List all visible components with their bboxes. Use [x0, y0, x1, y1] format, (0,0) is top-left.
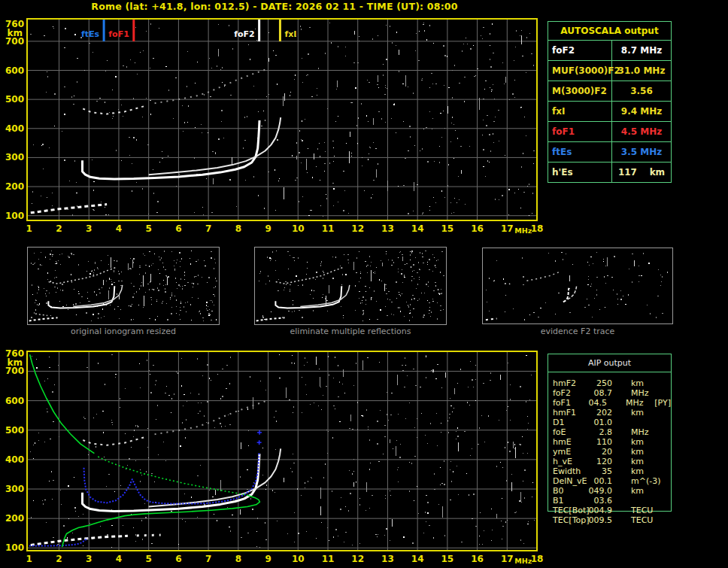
top-ionogram-chart: ftEsfoF1foF2fxI760700600500400300200100k… [0, 12, 549, 239]
thumbnail-cleaned-ionogram [254, 247, 447, 325]
aip-row-B1: B103.6 [548, 496, 671, 506]
aip-cell-val: 2.8 [587, 427, 612, 437]
station-date-title: Rome (lat: +41.8, lon: 012.5) - DATE: 20… [0, 1, 549, 12]
param-label: foF2 [548, 41, 612, 60]
traces [31, 70, 281, 213]
profile-topside [30, 354, 95, 454]
aip-row-D1: D101.0 [548, 418, 671, 427]
marker-label-foF2: foF2 [234, 29, 255, 39]
param-label: h'Es [548, 163, 612, 182]
x-tick-label: 2 [56, 554, 62, 564]
aip-cell-unit: km [631, 378, 661, 388]
aip-cell-lab: hmF1 [553, 408, 587, 418]
autoscala-output-table: AUTOSCALA output foF2 8.7 MHz MUF(3000)F… [548, 21, 672, 183]
param-value: 3.5 MHz [612, 147, 671, 157]
echo-noise [486, 252, 668, 320]
y-tick-label: 500 [5, 94, 24, 105]
aip-cell-val: 250 [587, 378, 612, 388]
aip-cell-lab: TEC[Top] [553, 515, 587, 525]
thumbnail-caption: eliminate multiple reflections [254, 327, 447, 336]
param-label: M(3000)F2 [548, 81, 612, 101]
x-tick-label: 17 [501, 223, 514, 234]
x-tick-label: 12 [351, 554, 364, 564]
aip-cell-val: 35 [587, 466, 612, 476]
x-tick-label: 14 [411, 554, 424, 564]
aip-cell-val: 120 [587, 457, 612, 466]
f-trace-xmode [149, 117, 281, 175]
aip-cell-unit: m^(-3) [631, 476, 661, 486]
aip-cell-lab: D1 [553, 418, 587, 427]
param-value: 8.7 MHz [612, 45, 671, 56]
aip-cell-val: 03.6 [587, 496, 612, 506]
aip-cell-unit [631, 496, 661, 506]
aip-cell-unit: MHz [631, 388, 661, 398]
aip-rows: hmF2250kmfoF208.7MHzfoF104.5MHz[PY]hmF12… [548, 378, 671, 525]
aip-cell-val: 20 [587, 447, 612, 457]
aip-cell-val: 00.1 [587, 476, 612, 486]
thumbnail-caption: evidence F2 trace [482, 327, 673, 336]
autoscala-window: Rome (lat: +41.8, lon: 012.5) - DATE: 20… [0, 0, 728, 568]
aip-cell-val: 110 [587, 437, 612, 447]
aip-row-foE: foE2.8MHz [548, 427, 671, 437]
x-tick-label: 4 [116, 554, 122, 564]
f-trace-omode [275, 286, 341, 308]
x-tick-label: 16 [471, 554, 484, 564]
traces [256, 267, 350, 320]
aip-row-TEC[Top]: TEC[Top]009.5TECU [548, 515, 671, 525]
y-axis-unit: km [8, 357, 23, 368]
es-remnant [486, 319, 497, 320]
x-tick-label: 1 [26, 223, 32, 234]
spread-remnant [505, 284, 510, 284]
f-trace-xmode [149, 448, 281, 506]
second-hop-far [155, 70, 265, 104]
aip-cell-val: 004.9 [587, 506, 612, 515]
x-tick-label: 3 [86, 554, 92, 564]
f2-omode-upper [563, 288, 569, 302]
autoscala-table-title: AUTOSCALA output [548, 22, 671, 41]
aip-cell-lab: B1 [553, 496, 587, 506]
thumbnail-f2-trace-evidence [482, 248, 673, 324]
param-value: 117 km [612, 167, 671, 178]
aip-cell-unit: km [631, 447, 661, 457]
aip-cell-lab: TEC[Bot] [553, 506, 587, 515]
aip-row-DelN_vE: DelN_vE00.1m^(-3) [548, 476, 671, 486]
aip-row-Ewidth: Ewidth35km [548, 466, 671, 476]
table-row-foF2: foF2 8.7 MHz [548, 41, 671, 60]
aip-output-table: AIP output hmF2250kmfoF208.7MHzfoF104.5M… [548, 354, 672, 512]
x-tick-label: 18 [531, 223, 544, 234]
aip-row-foF2: foF208.7MHz [548, 388, 671, 398]
es-trace [29, 317, 58, 320]
bottom-ionogram-chart: 760700600500400300200100km12345678910111… [0, 342, 549, 568]
axis-labels: 760700600500400300200100km12345678910111… [5, 348, 543, 565]
x-tick-label: 6 [175, 554, 181, 564]
aip-row-hmE: hmE110km [548, 437, 671, 447]
table-row-M3000F2: M(3000)F2 3.56 [548, 80, 671, 101]
table-row-ftEs: ftEs 3.5 MHz [548, 141, 671, 162]
x-tick-label: 1 [26, 554, 32, 564]
y-tick-label: 100 [5, 211, 24, 221]
x-tick-label: 5 [146, 554, 152, 564]
axis-labels: 760700600500400300200100km12345678910111… [5, 19, 543, 235]
es-trace [31, 205, 107, 213]
aip-row-B0: B0049.0km [548, 486, 671, 496]
x-tick-label: 6 [175, 223, 181, 234]
x-tick-label: 11 [322, 554, 335, 564]
aip-row-hmF1: hmF1202km [548, 408, 671, 418]
y-tick-label: 400 [5, 454, 24, 465]
aip-row-TEC[Bot]: TEC[Bot]004.9TECU [548, 506, 671, 515]
param-value: 31.0 MHz [612, 65, 671, 76]
thumbnail-caption: original ionogram resized [27, 327, 220, 336]
aip-cell-extra: [PY] [654, 398, 671, 408]
aip-cell-unit: MHz [626, 398, 653, 408]
aip-cell-val: 049.0 [587, 486, 612, 496]
y-axis-unit: km [8, 28, 23, 38]
x-tick-label: 7 [205, 223, 211, 234]
aip-cell-val: 202 [587, 408, 612, 418]
aip-row-ymE: ymE20km [548, 447, 671, 457]
gridlines [27, 19, 537, 220]
x-tick-label: 3 [86, 223, 92, 234]
aip-cell-lab: h_vE [553, 457, 587, 466]
y-tick-label: 200 [5, 181, 24, 192]
aip-cell-val: 04.5 [584, 398, 607, 408]
aip-cell-unit: km [631, 466, 661, 476]
